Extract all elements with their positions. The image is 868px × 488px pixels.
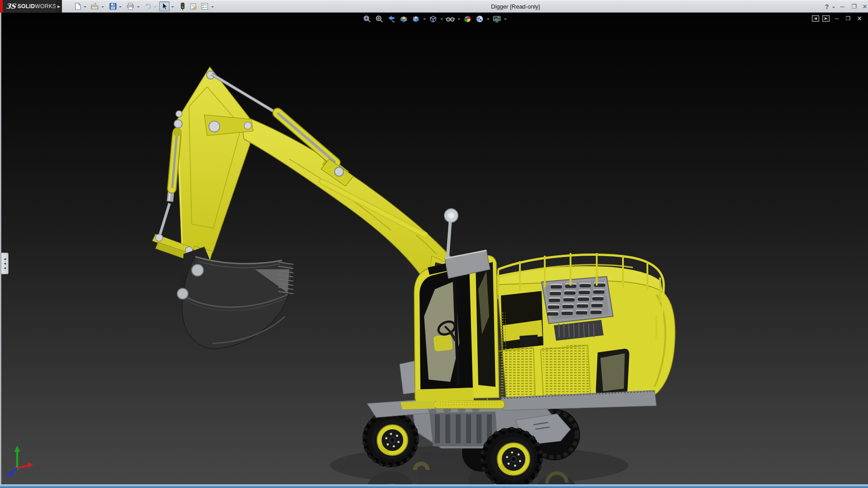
- excavator-model[interactable]: [0, 0, 868, 488]
- previous-view-icon: [387, 14, 396, 23]
- pane-left-toggle-icon[interactable]: ◀: [812, 15, 819, 22]
- zoom-to-area-button[interactable]: [374, 14, 385, 24]
- zoom-area-icon: [375, 14, 384, 23]
- chevron-left-icon: ◀: [4, 258, 6, 260]
- view-settings-icon: [492, 14, 501, 23]
- front-left-wheel[interactable]: [363, 412, 418, 467]
- section-view-button[interactable]: [398, 14, 409, 24]
- document-window-controls: ◀ ▶ ─ ❐ ✕: [812, 15, 863, 22]
- window-bottom-border: [0, 484, 868, 488]
- apply-scene-caret[interactable]: [486, 14, 490, 24]
- y-axis-arrow: [14, 446, 20, 452]
- display-style-icon: [429, 14, 438, 23]
- view-orientation-caret[interactable]: [423, 14, 426, 24]
- display-style-button[interactable]: [428, 14, 439, 24]
- view-orientation-icon: [411, 14, 420, 23]
- doc-close-button[interactable]: ✕: [855, 15, 863, 22]
- doc-restore-button[interactable]: ❐: [844, 15, 852, 22]
- display-style-caret[interactable]: [440, 14, 443, 24]
- hide-show-items-caret[interactable]: [457, 14, 461, 24]
- seat: [433, 334, 453, 352]
- scene-sphere-icon: [475, 14, 484, 23]
- doc-minimize-button[interactable]: ─: [833, 15, 841, 22]
- view-settings-button[interactable]: [491, 14, 502, 24]
- reference-triad: [6, 446, 33, 477]
- rear-left-wheel[interactable]: [481, 428, 542, 488]
- apply-scene-button[interactable]: [474, 14, 485, 24]
- appearance-ball-icon: [463, 14, 472, 23]
- hide-show-items-button[interactable]: [445, 14, 456, 24]
- zoom-fit-icon: [363, 14, 372, 23]
- eyeglasses-icon: [445, 14, 455, 23]
- heads-up-view-toolbar: [362, 14, 507, 24]
- upper-body[interactable]: [400, 250, 675, 410]
- section-view-icon: [399, 14, 408, 23]
- dipper-arm[interactable]: [176, 67, 254, 274]
- previous-view-button[interactable]: [386, 14, 397, 24]
- edit-appearance-button[interactable]: [462, 14, 473, 24]
- solidworks-window: ЗS SOLIDWORKS ▶: [0, 0, 868, 488]
- x-axis-arrow: [28, 462, 33, 468]
- viewport-left-border: [0, 13, 1, 488]
- feature-tree-collapse-tab[interactable]: ◀ ◀ ◀: [1, 253, 9, 274]
- pane-right-toggle-icon[interactable]: ▶: [822, 15, 830, 22]
- view-settings-caret[interactable]: [504, 14, 507, 24]
- zoom-to-fit-button[interactable]: [362, 14, 373, 24]
- chevron-left-icon: ◀: [4, 262, 6, 265]
- rear-window[interactable]: [596, 349, 629, 397]
- chevron-left-icon: ◀: [4, 267, 6, 269]
- bucket[interactable]: [177, 247, 293, 349]
- cab[interactable]: [400, 250, 499, 401]
- view-orientation-button[interactable]: [410, 14, 421, 24]
